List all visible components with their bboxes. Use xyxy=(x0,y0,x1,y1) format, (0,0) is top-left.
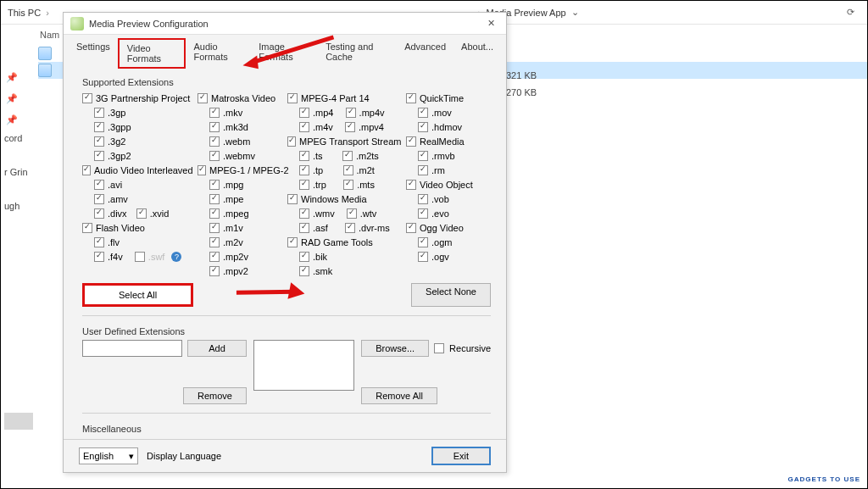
tab-advanced[interactable]: Advanced xyxy=(397,38,453,69)
ext-label: .rmvb xyxy=(431,151,455,161)
checkbox[interactable] xyxy=(418,165,428,175)
ext-label: .mkv xyxy=(223,108,242,118)
remove-all-button[interactable]: Remove All xyxy=(361,387,437,404)
checkbox[interactable] xyxy=(209,151,220,161)
tab-testing-cache[interactable]: Testing and Cache xyxy=(318,38,397,69)
checkbox[interactable] xyxy=(299,223,309,233)
close-icon[interactable]: ✕ xyxy=(482,18,499,29)
checkbox[interactable] xyxy=(287,136,296,147)
browse-button[interactable]: Browse... xyxy=(361,340,429,357)
checkbox[interactable] xyxy=(406,93,416,103)
exit-button[interactable]: Exit xyxy=(431,447,491,465)
checkbox[interactable] xyxy=(343,180,353,190)
checkbox[interactable] xyxy=(209,208,220,219)
ext-label: .3gp xyxy=(108,108,125,118)
checkbox[interactable] xyxy=(198,165,206,175)
checkbox[interactable] xyxy=(418,237,428,247)
checkbox[interactable] xyxy=(345,122,355,132)
checkbox[interactable] xyxy=(287,93,298,103)
checkbox[interactable] xyxy=(94,252,104,262)
checkbox[interactable] xyxy=(299,266,309,276)
tab-image-formats[interactable]: Image Formats xyxy=(251,38,318,69)
checkbox[interactable] xyxy=(345,223,355,233)
checkbox[interactable] xyxy=(209,136,220,147)
extension-input[interactable] xyxy=(82,340,182,357)
breadcrumb-item[interactable]: This PC xyxy=(8,8,41,18)
ext-label: .mts xyxy=(357,180,375,190)
checkbox[interactable] xyxy=(94,180,104,190)
checkbox[interactable] xyxy=(94,237,104,247)
checkbox[interactable] xyxy=(94,194,104,204)
checkbox[interactable] xyxy=(299,252,309,262)
tab-settings[interactable]: Settings xyxy=(69,38,118,69)
checkbox[interactable] xyxy=(82,93,92,103)
checkbox[interactable] xyxy=(342,151,353,161)
checkbox[interactable] xyxy=(94,208,104,219)
checkbox[interactable] xyxy=(209,122,220,132)
refresh-icon[interactable]: ⟳ xyxy=(840,7,860,18)
select-all-button[interactable]: Select All xyxy=(82,283,193,307)
checkbox[interactable] xyxy=(82,223,92,233)
sidebar-item-label[interactable]: ugh xyxy=(4,201,28,211)
checkbox[interactable] xyxy=(299,122,309,132)
tab-about[interactable]: About... xyxy=(453,38,501,69)
checkbox[interactable] xyxy=(418,108,428,118)
checkbox[interactable] xyxy=(287,237,298,247)
remove-button[interactable]: Remove xyxy=(183,387,247,404)
checkbox[interactable] xyxy=(94,108,104,118)
checkbox[interactable] xyxy=(299,151,309,161)
checkbox[interactable] xyxy=(299,208,309,219)
tab-audio-formats[interactable]: Audio Formats xyxy=(186,38,251,69)
checkbox[interactable] xyxy=(406,180,416,190)
ext-label: .webm xyxy=(223,136,250,147)
file-size: 270 KB xyxy=(506,84,537,101)
checkbox[interactable] xyxy=(198,93,208,103)
checkbox[interactable] xyxy=(418,151,428,161)
checkbox[interactable] xyxy=(209,252,220,262)
checkbox[interactable] xyxy=(209,266,220,276)
recursive-checkbox[interactable] xyxy=(434,343,444,353)
sidebar-item-label[interactable]: cord xyxy=(4,133,28,143)
checkbox[interactable] xyxy=(406,223,416,233)
checkbox[interactable] xyxy=(82,165,91,175)
checkbox[interactable] xyxy=(287,194,298,204)
dialog-title: Media Preview Configuration xyxy=(89,19,209,29)
ext-label: .bik xyxy=(313,252,327,262)
ext-label: .m4v xyxy=(313,122,333,132)
checkbox[interactable] xyxy=(418,208,428,219)
checkbox[interactable] xyxy=(343,165,353,175)
checkbox[interactable] xyxy=(347,208,357,219)
checkbox[interactable] xyxy=(299,180,309,190)
ext-label: .vob xyxy=(431,194,449,204)
checkbox[interactable] xyxy=(209,223,220,233)
chevron-down-icon[interactable]: ⌄ xyxy=(571,7,579,18)
format-group: Ogg Video xyxy=(420,223,464,233)
ext-label: .avi xyxy=(108,180,122,190)
checkbox[interactable] xyxy=(209,194,220,204)
checkbox[interactable] xyxy=(299,165,309,175)
help-icon[interactable]: ? xyxy=(171,252,181,262)
checkbox[interactable] xyxy=(135,252,145,262)
sidebar-item-label[interactable]: r Grin xyxy=(4,167,28,177)
extensions-listbox[interactable] xyxy=(253,340,354,391)
checkbox[interactable] xyxy=(209,237,220,247)
select-none-button[interactable]: Select None xyxy=(411,283,491,307)
checkbox[interactable] xyxy=(136,208,147,219)
checkbox[interactable] xyxy=(94,136,104,147)
add-button[interactable]: Add xyxy=(187,340,247,357)
ext-label: .m2ts xyxy=(356,151,379,161)
checkbox[interactable] xyxy=(346,108,356,118)
checkbox[interactable] xyxy=(209,180,220,190)
tab-video-formats[interactable]: Video Formats xyxy=(118,38,186,69)
checkbox[interactable] xyxy=(94,122,104,132)
checkbox[interactable] xyxy=(209,108,220,118)
language-select[interactable]: English▾ xyxy=(79,447,138,464)
checkbox[interactable] xyxy=(418,194,428,204)
checkbox[interactable] xyxy=(406,136,416,147)
checkbox[interactable] xyxy=(94,151,104,161)
checkbox[interactable] xyxy=(418,252,428,262)
file-size-column: 321 KB 270 KB xyxy=(506,67,537,101)
checkbox[interactable] xyxy=(418,122,428,132)
format-group: Windows Media xyxy=(301,194,367,204)
checkbox[interactable] xyxy=(299,108,309,118)
